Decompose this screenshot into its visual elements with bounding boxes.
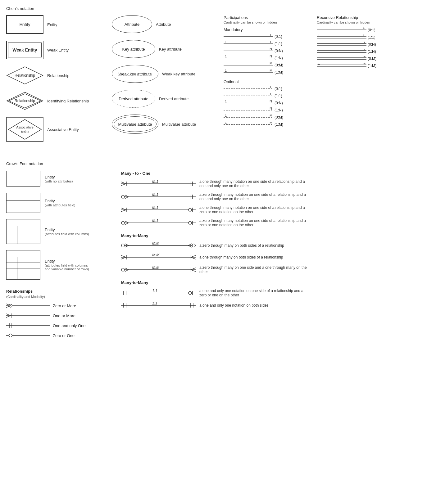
mm-row3: M:M a zero through many on one side and … bbox=[121, 265, 430, 274]
recursive-subtitle: Cardinality can be shown or hidden bbox=[317, 20, 397, 24]
cf-left: Entity (with no attributes) Entity (with… bbox=[6, 171, 112, 342]
svg-point-97 bbox=[121, 221, 125, 224]
mandatory-label: Mandatory bbox=[224, 27, 317, 32]
section-divider bbox=[6, 155, 430, 155]
11-desc1: a one and only one notation on one side … bbox=[199, 289, 311, 297]
svg-text:M:1: M:1 bbox=[152, 193, 158, 197]
svg-text:1: 1 bbox=[270, 34, 271, 37]
cf-entity-attr-sublabel: (with attributes field) bbox=[45, 203, 75, 207]
svg-text:M: M bbox=[363, 56, 366, 58]
svg-text:M: M bbox=[270, 115, 272, 117]
mandatory-1m: 1 M (1:M) bbox=[224, 70, 317, 75]
svg-text:M:M: M:M bbox=[152, 266, 159, 270]
svg-text:M:1: M:1 bbox=[152, 206, 158, 210]
svg-text:1: 1 bbox=[225, 115, 227, 117]
svg-text:1: 1 bbox=[318, 63, 320, 65]
svg-point-101 bbox=[188, 221, 192, 224]
weak-entity-label: Weak Entity bbox=[47, 48, 69, 52]
sym-one-only: One and only One bbox=[6, 322, 112, 329]
svg-line-117 bbox=[191, 257, 196, 259]
svg-text:N: N bbox=[270, 55, 272, 58]
optional-0n: 1 N (0:N) bbox=[224, 100, 317, 106]
derived-attribute-row: Derived attribute Derived attribute bbox=[112, 90, 224, 108]
svg-point-120 bbox=[121, 268, 125, 271]
svg-point-94 bbox=[188, 208, 192, 211]
svg-text:N: N bbox=[270, 48, 272, 51]
svg-point-104 bbox=[121, 244, 125, 247]
associative-entity-row: Associative Entity Associative Entity bbox=[6, 117, 112, 142]
associative-entity-label: Associative Entity bbox=[47, 127, 79, 132]
recursive-0n: N (0:N) bbox=[317, 42, 397, 47]
mandatory-11: 1 1 (1:1) bbox=[224, 41, 317, 47]
key-attribute-shape: Key attribute bbox=[112, 40, 155, 58]
svg-line-98 bbox=[125, 221, 129, 223]
many-to-many-title1: Many-to-Many bbox=[121, 233, 430, 238]
attribute-row: Attribute Attribute bbox=[112, 15, 224, 33]
sym-one-more: One or More bbox=[6, 312, 112, 319]
svg-line-106 bbox=[125, 245, 129, 247]
svg-line-77 bbox=[121, 184, 126, 186]
recursive-1m: 1 M (1:M) bbox=[317, 63, 397, 69]
cf-entity-plain-row: Entity (with no attributes) bbox=[6, 171, 112, 187]
mm-desc2: a one through many on both sides of a re… bbox=[199, 255, 283, 259]
svg-text:1: 1 bbox=[270, 41, 271, 44]
weak-entity-row: Weak Entity Weak Entity bbox=[6, 41, 112, 59]
svg-text:1: 1 bbox=[225, 122, 227, 124]
11-row1: 1:1 a one and only one notation on one s… bbox=[121, 289, 430, 297]
svg-line-105 bbox=[125, 244, 129, 245]
svg-line-90 bbox=[121, 208, 126, 210]
svg-text:1: 1 bbox=[270, 93, 271, 96]
relationship-label: Relationship bbox=[47, 73, 70, 78]
svg-text:M:M: M:M bbox=[152, 254, 159, 257]
rel-legend-title: Relationships bbox=[6, 289, 112, 294]
11-row2: 1:1 a one and only one notation on both … bbox=[121, 302, 430, 309]
recursive-0m: M (0:M) bbox=[317, 56, 397, 61]
svg-line-113 bbox=[121, 257, 126, 259]
cf-entity-cols-sublabel: (attributes field with columns) bbox=[45, 232, 89, 236]
m1-desc1: a one through many notation on one side … bbox=[199, 179, 311, 188]
svg-text:1: 1 bbox=[225, 41, 227, 44]
recursive-column: Recursive Relationship Cardinality can b… bbox=[317, 15, 397, 149]
cf-entity-plain bbox=[6, 171, 40, 187]
rel-legend-sub: (Cardinality and Modality) bbox=[6, 295, 112, 299]
optional-label: Optional bbox=[224, 79, 317, 84]
svg-text:1: 1 bbox=[225, 70, 227, 72]
identifying-rel-row: Relationship Identifying Relationship bbox=[6, 92, 112, 110]
svg-text:1: 1 bbox=[225, 55, 227, 58]
svg-text:1: 1 bbox=[363, 27, 365, 29]
svg-point-73 bbox=[9, 334, 12, 337]
weak-key-attribute-label: Weak key attribute bbox=[162, 72, 195, 76]
svg-line-121 bbox=[125, 268, 129, 270]
optional-1m: 1 M (1:M) bbox=[224, 122, 317, 127]
m1-row4: M:1 a zero through many notation on one … bbox=[121, 218, 430, 227]
svg-text:1: 1 bbox=[363, 34, 365, 37]
11-desc2: a one and only one notation on both side… bbox=[199, 303, 269, 308]
multivalue-attribute-row: Multivalue attribute Multivalue attribut… bbox=[112, 115, 224, 134]
svg-line-122 bbox=[125, 270, 129, 272]
chens-title: Chen's notation bbox=[6, 6, 430, 11]
weak-key-attribute-shape: Weak key attribute bbox=[112, 65, 158, 83]
cf-entity-rows bbox=[6, 250, 40, 280]
cf-entity-attr-row: Entity (with attributes field) bbox=[6, 193, 112, 213]
svg-line-110 bbox=[188, 245, 192, 247]
sym-one-only-label: One and only One bbox=[53, 323, 86, 328]
weak-key-attribute-row: Weak key attribute Weak key attribute bbox=[112, 65, 224, 83]
cf-entity-plain-label: Entity bbox=[45, 175, 73, 179]
svg-text:1: 1 bbox=[225, 100, 227, 103]
many-to-one-title: Many - to - One bbox=[121, 171, 430, 176]
svg-text:M: M bbox=[363, 63, 366, 65]
svg-text:Relationship: Relationship bbox=[15, 99, 35, 103]
svg-text:Associative: Associative bbox=[16, 125, 34, 129]
identifying-rel-shape: Relationship bbox=[6, 92, 43, 110]
svg-line-66 bbox=[6, 314, 11, 316]
svg-text:M:1: M:1 bbox=[152, 180, 158, 184]
mm-row1: M:M a zero through many on both sides of… bbox=[121, 242, 430, 249]
svg-line-124 bbox=[191, 268, 196, 270]
svg-line-76 bbox=[121, 182, 126, 184]
optional-0m: 1 M (0:M) bbox=[224, 115, 317, 120]
cf-entity-cols-label: Entity bbox=[45, 227, 89, 232]
chens-shapes-column: Entity Entity Weak Entity Weak Entity Re… bbox=[6, 15, 112, 149]
svg-line-91 bbox=[121, 210, 126, 212]
many-to-many-title2: Many-to-Many bbox=[121, 280, 430, 285]
key-attribute-label: Key attribute bbox=[159, 47, 182, 52]
